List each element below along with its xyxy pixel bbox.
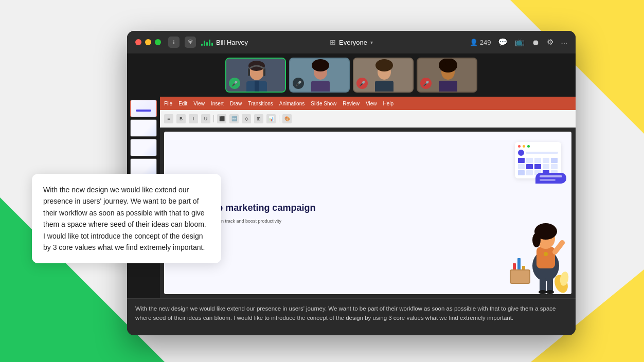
slide-thumb-1[interactable] <box>130 100 157 117</box>
mic-active-icon: 🎤 <box>231 81 238 86</box>
cell-10 <box>551 164 558 169</box>
chat-icon[interactable]: 💬 <box>498 38 508 47</box>
svg-rect-14 <box>375 81 393 93</box>
svg-point-32 <box>546 290 554 294</box>
ppt-view[interactable]: View <box>193 101 205 106</box>
slide-thumb-3[interactable] <box>130 139 157 156</box>
title-bar: ℹ Bill Harvey ⊞ Everyone ▾ <box>127 31 576 53</box>
bubble-line-2 <box>540 179 556 181</box>
maximize-dot[interactable] <box>155 39 161 45</box>
ppt-btn-4[interactable]: U <box>201 114 210 123</box>
slide-thumb-4[interactable] <box>130 158 157 176</box>
person-icon: 👤 <box>470 39 478 46</box>
ppt-review[interactable]: Review <box>343 101 360 106</box>
svg-rect-10 <box>311 81 330 93</box>
ppt-view2[interactable]: View <box>366 101 377 106</box>
slide-illustration <box>458 132 571 294</box>
ppt-transitions[interactable]: Transitions <box>248 101 273 106</box>
notes-text: With the new design we would like extend… <box>135 304 567 323</box>
wifi-icon[interactable] <box>185 37 196 48</box>
participants-count[interactable]: 👤 249 <box>470 39 491 46</box>
video-thumb-2[interactable]: 🎤 <box>289 58 350 93</box>
title-bar-icons: ℹ <box>168 37 196 48</box>
cell-12 <box>526 170 533 175</box>
ppt-btn-10[interactable]: 🎨 <box>282 114 292 123</box>
bar3 <box>206 42 208 46</box>
ppt-slideshow[interactable]: Slide Show <box>311 101 336 106</box>
svg-rect-29 <box>540 278 546 292</box>
thumb-2-mic: 🎤 <box>293 78 304 89</box>
close-dot[interactable] <box>135 39 141 45</box>
caption-text: With the new design we would like extend… <box>43 186 206 251</box>
ppt-btn-6[interactable]: 🔤 <box>229 114 239 123</box>
count-label: 249 <box>480 39 491 46</box>
audio-bars-icon <box>201 39 213 46</box>
cell-11 <box>518 170 525 175</box>
mic-icon-2: 🎤 <box>295 81 301 86</box>
ppt-btn-1[interactable]: ≡ <box>164 114 173 123</box>
svg-point-9 <box>312 59 329 71</box>
slide-canvas: logo Smart App marketing campaign Keep y… <box>164 132 571 294</box>
settings-icon[interactable]: ⚙ <box>547 38 553 47</box>
svg-point-28 <box>544 252 548 256</box>
ppt-btn-3[interactable]: I <box>189 114 198 123</box>
title-center: ⊞ Everyone ▾ <box>330 38 373 46</box>
ppt-file[interactable]: File <box>164 101 172 106</box>
bar4 <box>209 40 210 46</box>
video-thumb-1[interactable]: 🎤 <box>225 58 286 93</box>
title-bar-right: 👤 249 💬 📺 ⏺ ⚙ ··· <box>470 38 567 47</box>
cell-4 <box>543 158 549 163</box>
svg-point-20 <box>445 61 451 66</box>
slide-ui-header <box>518 145 558 148</box>
everyone-label[interactable]: Everyone <box>339 39 367 46</box>
grid-icon: ⊞ <box>330 38 336 46</box>
cell-2 <box>526 158 533 163</box>
cell-5 <box>551 158 558 163</box>
svg-point-13 <box>375 59 393 71</box>
ppt-btn-9[interactable]: 📊 <box>266 114 276 123</box>
screen-icon[interactable]: 📺 <box>515 38 525 47</box>
cell-7 <box>526 164 533 169</box>
ppt-menubar: File Edit View Insert Draw Transitions A… <box>160 97 576 110</box>
bar2 <box>204 41 205 46</box>
ppt-btn-2[interactable]: B <box>176 114 186 123</box>
caption-box: With the new design we would like extend… <box>32 174 221 263</box>
thumb-3-mic: 🎤 <box>356 78 368 89</box>
slide-mini-4 <box>131 159 156 175</box>
ppt-btn-7[interactable]: ◇ <box>242 114 251 123</box>
slide-mini-3 <box>131 139 156 156</box>
slide-chat-bubble <box>535 173 566 184</box>
svg-point-31 <box>539 290 547 294</box>
record-icon[interactable]: ⏺ <box>532 38 540 47</box>
svg-rect-30 <box>547 278 553 292</box>
ppt-insert[interactable]: Insert <box>211 101 224 106</box>
ppt-toolbar: ≡ B I U ⬛ 🔤 ◇ ⊞ 📊 🎨 <box>160 110 576 128</box>
ui-dot-red <box>518 145 521 148</box>
more-icon[interactable]: ··· <box>561 38 567 47</box>
ppt-animations[interactable]: Animations <box>279 101 305 106</box>
video-thumb-4[interactable]: 🎤 <box>417 58 477 93</box>
svg-line-27 <box>555 243 562 252</box>
minimize-dot[interactable] <box>145 39 151 45</box>
cell-9 <box>543 164 549 169</box>
svg-rect-23 <box>536 247 555 268</box>
thumb-1-mic: 🎤 <box>229 78 240 89</box>
bubble-line-1 <box>540 175 562 177</box>
svg-point-26 <box>532 233 541 247</box>
video-strip: 🎤 🎤 🎤 <box>127 53 576 97</box>
info-icon[interactable]: ℹ <box>168 37 180 48</box>
slide-thumb-2[interactable] <box>130 119 157 137</box>
video-thumb-3[interactable]: 🎤 <box>353 58 414 93</box>
thumb-4-mic: 🎤 <box>420 78 432 89</box>
ppt-edit[interactable]: Edit <box>178 101 187 106</box>
avatar-circle <box>518 150 524 156</box>
ppt-btn-5[interactable]: ⬛ <box>217 114 226 123</box>
ppt-help[interactable]: Help <box>383 101 394 106</box>
bar5 <box>211 43 213 46</box>
svg-rect-6 <box>255 81 259 93</box>
person-svg <box>520 217 571 294</box>
host-name: Bill Harvey <box>216 39 248 46</box>
name-bar <box>526 152 558 154</box>
ppt-draw[interactable]: Draw <box>230 101 242 106</box>
ppt-btn-8[interactable]: ⊞ <box>254 114 263 123</box>
